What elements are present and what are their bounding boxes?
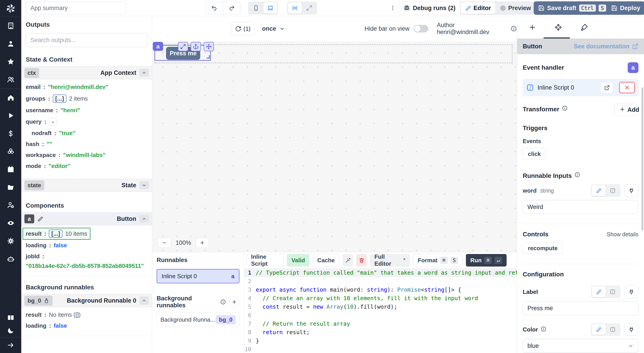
anchor-icon <box>193 44 199 50</box>
button-component-header[interactable]: a Button <box>21 212 152 225</box>
sidebar-settings-button[interactable] <box>0 232 21 250</box>
run-button[interactable]: Run ⌘ ↵ <box>466 254 506 266</box>
insert-component-tab[interactable] <box>527 22 538 33</box>
sidebar-star-button[interactable] <box>0 53 21 71</box>
sidebar-users-button[interactable] <box>0 71 21 89</box>
add-transformer-button[interactable]: Add <box>614 103 638 116</box>
expand-handle[interactable] <box>178 42 188 51</box>
word-value-input[interactable] <box>523 200 638 214</box>
state-section-header[interactable]: state State <box>21 179 152 192</box>
see-documentation-link[interactable]: See documentation <box>574 43 638 50</box>
sidebar-moon-button[interactable] <box>0 324 21 337</box>
expand-value-chip[interactable]: - <box>49 118 57 126</box>
editor-tab[interactable]: Editor <box>461 2 496 14</box>
styling-tab[interactable] <box>579 22 590 33</box>
resize-handle[interactable] <box>206 55 210 59</box>
app-summary-input[interactable] <box>26 2 126 14</box>
label-value-input[interactable] <box>523 301 638 315</box>
center-layout-button[interactable] <box>288 3 302 14</box>
preview-tab[interactable]: Preview <box>496 2 536 14</box>
sidebar-collapse-button[interactable] <box>0 337 21 353</box>
connect-color-button[interactable] <box>624 323 638 336</box>
anchor-handle[interactable] <box>191 42 201 51</box>
runnable-inputs-row: Runnable Inputs <box>523 172 638 179</box>
format-button[interactable]: Format ⌘ S <box>413 254 463 266</box>
calendar-icon <box>7 166 14 173</box>
runnable-item-selected[interactable]: Inline Script 0 a <box>157 269 240 283</box>
save-draft-button[interactable]: Save draft Ctrl S <box>534 1 611 15</box>
hide-bar-toggle[interactable] <box>414 25 428 33</box>
output-row-nodraft: nodraft:"true" <box>21 128 152 139</box>
expand-value-chip[interactable]: [...] <box>49 230 62 238</box>
sidebar-building-button[interactable] <box>0 17 21 35</box>
undo-button[interactable] <box>206 2 223 14</box>
windmill-logo-icon[interactable] <box>4 2 17 15</box>
ai-assist-button[interactable] <box>342 254 353 266</box>
delete-script-button[interactable] <box>356 254 367 266</box>
button-collapse-button[interactable] <box>140 215 149 223</box>
runnable-item-badge: a <box>231 273 234 280</box>
cache-button[interactable]: Cache <box>312 254 340 266</box>
more-menu-button[interactable] <box>388 2 398 14</box>
expand-value-chip[interactable]: [...] <box>53 95 66 103</box>
deploy-button[interactable]: Deploy <box>607 1 644 15</box>
desktop-view-button[interactable] <box>263 3 277 14</box>
attached-script-name: Inline Script 0 <box>538 84 574 91</box>
sidebar-dollar-button[interactable] <box>0 125 21 142</box>
bg0-section-header[interactable]: bg_0 Background Runnable 0 <box>21 294 152 307</box>
full-width-layout-button[interactable] <box>302 3 316 14</box>
component-settings-tab[interactable] <box>553 22 564 33</box>
sidebar-book-button[interactable] <box>0 311 21 324</box>
boxes-icon <box>7 148 14 155</box>
connect-input-button[interactable] <box>624 184 638 197</box>
run-kbd-enter: ↵ <box>494 257 502 264</box>
color-select[interactable]: blue <box>523 339 638 353</box>
sidebar-folder-button[interactable] <box>0 178 21 196</box>
format-kbd-cmd: ⌘ <box>440 257 448 264</box>
static-mode-button[interactable] <box>592 185 606 196</box>
add-background-runnable-button[interactable] <box>229 296 240 307</box>
connect-label-button[interactable] <box>624 286 638 298</box>
sidebar-user-button[interactable] <box>0 35 21 53</box>
sidebar-eye-button[interactable] <box>0 214 21 232</box>
full-editor-button[interactable]: Full Editor <box>370 254 410 266</box>
sidebar-home-button[interactable] <box>0 89 21 107</box>
background-runnable-item[interactable]: Background Runna... bg_0 <box>157 312 240 327</box>
eval-mode-button[interactable]: f <box>606 324 620 335</box>
zoom-out-button[interactable]: − <box>158 238 171 248</box>
layout-toggle-group <box>287 2 317 15</box>
brush-icon <box>580 24 588 31</box>
mobile-view-button[interactable] <box>249 3 263 14</box>
schedule-dropdown[interactable]: once <box>262 22 285 35</box>
move-handle[interactable] <box>204 42 214 51</box>
static-mode-button[interactable] <box>592 286 606 297</box>
code-editor[interactable]: 1// TypeScript function called "main" th… <box>244 268 517 353</box>
detach-script-button[interactable] <box>619 82 635 93</box>
panel-scrollbar[interactable] <box>642 87 643 231</box>
attached-script-row[interactable]: f Inline Script 0 <box>523 79 638 96</box>
sidebar-bot-button[interactable] <box>0 250 21 268</box>
sidebar-play-button[interactable] <box>0 107 21 125</box>
debug-runs-button[interactable]: Debug runs (2) <box>398 1 461 15</box>
show-details-link[interactable]: Show details <box>607 231 638 238</box>
refresh-button[interactable]: (1) <box>231 22 254 35</box>
inline-script-tab[interactable]: Inline Script <box>246 254 284 266</box>
eval-mode-button[interactable]: f <box>606 286 620 297</box>
ctx-collapse-button[interactable] <box>140 69 149 77</box>
ctx-section-header[interactable]: ctx App Context <box>21 66 152 79</box>
edit-component-id-icon[interactable] <box>37 216 44 222</box>
static-mode-button[interactable] <box>592 324 606 335</box>
state-expand-button[interactable] <box>140 181 149 189</box>
open-script-button[interactable] <box>600 82 613 93</box>
sidebar-boxes-button[interactable] <box>0 142 21 160</box>
app-canvas[interactable]: a Press me − 100% + <box>152 42 517 252</box>
run-label: Run <box>470 257 482 264</box>
sidebar-calendar-button[interactable] <box>0 160 21 178</box>
eval-mode-button[interactable]: f <box>606 185 620 196</box>
redo-button[interactable] <box>223 2 240 14</box>
output-row-email: email:"henri@windmill.dev" <box>21 82 152 93</box>
sidebar-user-cog-button[interactable] <box>0 196 21 214</box>
bg0-collapse-button[interactable] <box>140 296 149 305</box>
zoom-in-button[interactable]: + <box>196 238 209 248</box>
search-outputs-input[interactable] <box>26 33 148 47</box>
